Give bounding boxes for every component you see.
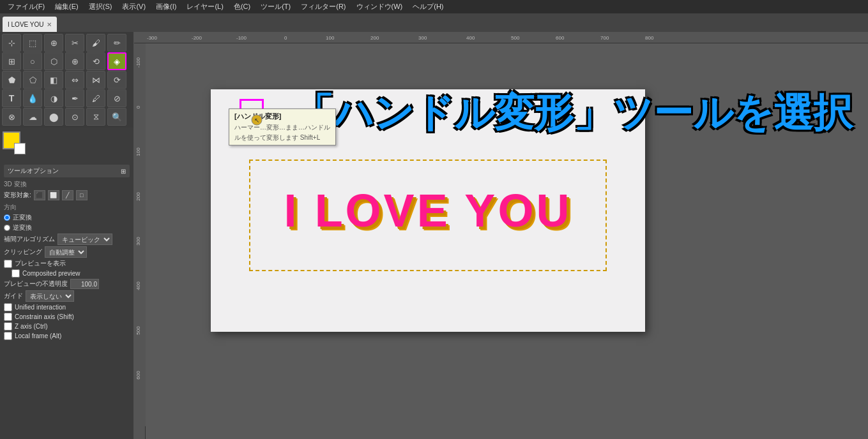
radio-backward-label: 逆変換 (13, 223, 32, 232)
svg-text:100: 100 (326, 35, 335, 41)
tool-measure[interactable]: ⧖ (86, 108, 105, 126)
tool-flip[interactable]: ⇔ (65, 71, 84, 89)
menu-select[interactable]: 選択(S) (84, 1, 118, 13)
ruler-top-svg: -300 -200 -100 0 100 200 300 400 500 600… (134, 32, 868, 43)
tool-fill[interactable]: 💧 (23, 89, 42, 107)
local-row: Local frame (Alt) (4, 332, 130, 340)
clip-label: クリッピング (4, 248, 42, 257)
menu-window[interactable]: ウィンドウ(W) (351, 1, 408, 13)
tool-scissors[interactable]: ✂ (65, 34, 84, 52)
tool-ellipse[interactable]: ○ (23, 52, 42, 70)
svg-text:300: 300 (135, 237, 141, 246)
svg-text:0: 0 (284, 35, 287, 41)
algo-select[interactable]: キュービック (57, 234, 112, 245)
tool-move[interactable]: ⊹ (2, 34, 21, 52)
tool-options-title: ツールオプション ⊞ (4, 165, 130, 177)
tool-crop[interactable]: ⊕ (65, 52, 84, 70)
svg-text:200: 200 (370, 35, 379, 41)
tool-zoom[interactable]: 🔍 (107, 108, 126, 126)
radio-forward[interactable] (4, 214, 10, 221)
zaxis-checkbox[interactable] (4, 322, 12, 331)
target-btn-3[interactable]: ╱ (62, 190, 73, 200)
local-label: Local frame (Alt) (15, 332, 61, 339)
tool-scale[interactable]: ⬟ (2, 71, 21, 89)
ruler-left: -100 0 100 200 300 400 500 600 (134, 43, 146, 439)
tool-free-select[interactable]: ⬡ (44, 52, 63, 70)
canvas-area[interactable]: -300 -200 -100 0 100 200 300 400 500 600… (134, 32, 868, 439)
menu-tools[interactable]: ツール(T) (255, 1, 296, 13)
tooltip-desc: ルを使って変形します Shift+L (234, 133, 330, 142)
svg-text:0: 0 (135, 105, 141, 108)
svg-text:300: 300 (418, 35, 427, 41)
tool-handle-transform[interactable]: ◈ (107, 52, 126, 70)
svg-text:500: 500 (511, 35, 520, 41)
unified-checkbox[interactable] (4, 303, 12, 311)
tool-rotate[interactable]: ⟲ (86, 52, 105, 70)
target-btn-1[interactable]: ⬛ (34, 190, 45, 200)
tab-close-button[interactable]: ✕ (47, 21, 52, 28)
algo-row: 補間アルゴリズム キュービック (4, 234, 130, 245)
tool-cage[interactable]: ⋈ (86, 71, 105, 89)
opacity-row: プレビューの不透明度 100.0 (4, 279, 130, 289)
preview-row: プレビューを表示 (4, 259, 130, 268)
guide-label: ガイド (4, 292, 23, 301)
composited-row: Composited preview (4, 269, 130, 278)
tool-warp[interactable]: ⟳ (107, 71, 126, 89)
tooltip-popup: [ハンドル変形] ハーマー…変形…まま…ハンドル ルを使って変形します Shif… (229, 108, 336, 145)
direction-label: 方向 (4, 203, 130, 212)
tool-text[interactable]: T (2, 89, 21, 107)
menu-file[interactable]: ファイル(F) (3, 1, 50, 13)
backward-transform-row: 逆変換 (4, 223, 130, 232)
preview-label: プレビューを表示 (15, 259, 66, 268)
menu-layer[interactable]: レイヤー(L) (181, 1, 228, 13)
document-tab[interactable]: I LOVE YOU ✕ (3, 17, 57, 32)
tool-perspective[interactable]: ◧ (44, 71, 63, 89)
tool-mybrush[interactable]: 🖊 (86, 89, 105, 107)
menu-help[interactable]: ヘルプ(H) (407, 1, 448, 13)
menu-edit[interactable]: 編集(E) (50, 1, 84, 13)
tool-smudge[interactable]: ⬤ (44, 108, 63, 126)
tool-eraser[interactable]: ⊘ (107, 89, 126, 107)
ruler-top: -300 -200 -100 0 100 200 300 400 500 600… (134, 32, 868, 43)
tool-options-expand[interactable]: ⊞ (121, 168, 126, 175)
guide-select[interactable]: 表示しない (26, 290, 74, 302)
svg-text:700: 700 (600, 35, 609, 41)
tool-heal[interactable]: ☁ (23, 108, 42, 126)
tool-paintbrush[interactable]: 🖌 (86, 34, 105, 52)
tool-ink[interactable]: ✒ (65, 89, 84, 107)
clip-select[interactable]: 自動調整 (45, 246, 87, 258)
target-btn-4[interactable]: □ (76, 190, 88, 200)
transform-target-label: 変形対象: (4, 191, 31, 200)
preview-checkbox[interactable] (4, 260, 12, 268)
forward-transform-row: 正変換 (4, 213, 130, 222)
background-color[interactable] (14, 143, 26, 154)
menu-view[interactable]: 表示(V) (117, 1, 151, 13)
svg-text:500: 500 (135, 326, 141, 335)
constrain-checkbox[interactable] (4, 313, 12, 321)
radio-backward[interactable] (4, 225, 10, 231)
composited-checkbox[interactable] (11, 269, 20, 278)
svg-text:-300: -300 (147, 35, 158, 41)
tool-blend[interactable]: ◑ (44, 89, 63, 107)
tool-fuzzy-select[interactable]: ⊕ (44, 34, 63, 52)
tool-shear[interactable]: ⬠ (23, 71, 42, 89)
constrain-row: Constrain axis (Shift) (4, 313, 130, 321)
tool-options-label: ツールオプション (8, 167, 59, 175)
target-btn-2[interactable]: ⬜ (48, 190, 59, 200)
tool-pencil[interactable]: ✏ (107, 34, 126, 52)
menu-filter[interactable]: フィルター(R) (296, 1, 351, 13)
tool-dodge[interactable]: ⊙ (65, 108, 84, 126)
guide-row: ガイド 表示しない (4, 290, 130, 302)
svg-text:600: 600 (135, 371, 141, 380)
menu-image[interactable]: 画像(I) (151, 1, 181, 13)
tool-align[interactable]: ⊞ (2, 52, 21, 70)
opacity-input[interactable]: 100.0 (70, 279, 99, 289)
tool-rect-select[interactable]: ⬚ (23, 34, 42, 52)
local-checkbox[interactable] (4, 332, 12, 340)
svg-text:600: 600 (556, 35, 565, 41)
unified-row: Unified interaction (4, 303, 130, 311)
svg-text:200: 200 (135, 192, 141, 201)
menu-color[interactable]: 色(C) (229, 1, 255, 13)
tool-clone[interactable]: ⊗ (2, 108, 21, 126)
opacity-label: プレビューの不透明度 (4, 279, 68, 288)
